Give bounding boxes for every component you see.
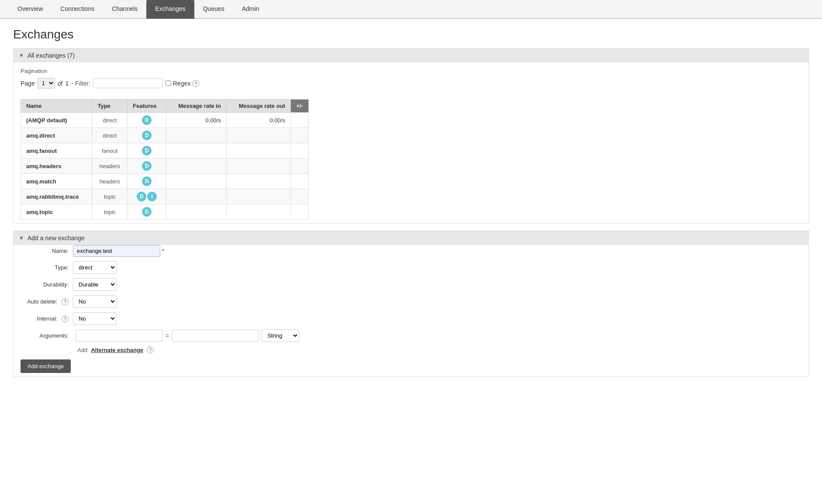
durability-select[interactable]: Durable Transient [73, 278, 117, 291]
durability-label: Durability: [21, 281, 73, 288]
nav-item-exchanges[interactable]: Exchanges [146, 0, 194, 19]
cell-plus-minus [290, 174, 308, 189]
internal-help-icon[interactable]: ? [62, 315, 69, 322]
add-text: Add [77, 347, 87, 353]
cell-name[interactable]: amq.fanout [21, 143, 92, 159]
cell-name[interactable]: amq.headers [21, 159, 92, 174]
type-label: Type: [21, 264, 73, 271]
table-row: amq.headersheadersD [21, 159, 309, 174]
alternate-exchange-link[interactable]: Alternate exchange [91, 347, 143, 353]
cell-rate-out [226, 174, 290, 189]
of-label: of [58, 80, 63, 87]
durability-row: Durability: Durable Transient [21, 278, 801, 291]
nav-item-channels[interactable]: Channels [103, 0, 146, 19]
cell-rate-in [166, 128, 227, 143]
cell-name[interactable]: amq.direct [21, 128, 92, 143]
pagination-controls: Page 1 of 1 - Filter: Regex ? [21, 78, 801, 89]
cell-type: fanout [92, 143, 128, 159]
cell-rate-in [166, 143, 227, 159]
type-select[interactable]: direct fanout headers topic [73, 261, 117, 274]
add-collapse-arrow-icon: ▼ [19, 235, 24, 241]
cell-plus-minus [290, 128, 308, 143]
cell-rate-out [226, 159, 290, 174]
regex-checkbox[interactable] [166, 80, 171, 86]
page-label: Page [21, 80, 35, 87]
cell-name[interactable]: amq.match [21, 174, 92, 189]
type-row: Type: direct fanout headers topic [21, 261, 801, 274]
cell-rate-out [226, 128, 290, 143]
arguments-key-input[interactable] [76, 330, 163, 342]
page-select[interactable]: 1 [38, 78, 55, 89]
of-value: 1 [65, 80, 69, 87]
cell-features: D [128, 113, 166, 128]
all-exchanges-label: All exchanges (7) [28, 52, 75, 59]
internal-badge: I [147, 192, 157, 201]
all-exchanges-header[interactable]: ▼ All exchanges (7) [14, 48, 808, 62]
cell-name[interactable]: (AMQP default) [21, 113, 92, 128]
cell-features: D [128, 204, 166, 220]
page-title: Exchanges [13, 28, 809, 41]
table-header: Name Type Features Message rate in Messa… [21, 100, 309, 113]
exchanges-table: Name Type Features Message rate in Messa… [21, 99, 309, 220]
add-exchange-body: Name: * Type: direct fanout headers topi… [14, 245, 808, 376]
arguments-value-input[interactable] [172, 330, 259, 342]
name-required: * [160, 248, 169, 254]
table-row: amq.matchheadersD [21, 174, 309, 189]
nav-item-overview[interactable]: Overview [9, 0, 52, 19]
cell-rate-out [226, 143, 290, 159]
table-row: (AMQP default)directD0.00/s0.00/s [21, 113, 309, 128]
col-features: Features [128, 100, 166, 113]
pagination-label: Pagination [21, 68, 801, 74]
durable-badge: D [142, 176, 152, 186]
collapse-arrow-icon: ▼ [19, 52, 24, 59]
cell-type: direct [92, 128, 128, 143]
nav-item-queues[interactable]: Queues [194, 0, 233, 19]
cell-rate-in [166, 189, 227, 204]
nav-item-admin[interactable]: Admin [233, 0, 268, 19]
table-header-row: Name Type Features Message rate in Messa… [21, 100, 309, 113]
cell-type: headers [92, 174, 128, 189]
add-exchange-header[interactable]: ▼ Add a new exchange [14, 231, 808, 245]
cell-plus-minus [290, 159, 308, 174]
cell-rate-out: 0.00/s [226, 113, 290, 128]
table-row: amq.directdirectD [21, 128, 309, 143]
col-plus-minus: +/- [290, 100, 308, 113]
internal-select[interactable]: No Yes [73, 312, 117, 325]
name-input[interactable] [73, 245, 160, 257]
auto-delete-row: Auto delete: ? No Yes [21, 295, 801, 308]
cell-rate-out [226, 204, 290, 220]
cell-name[interactable]: amq.rabbitmq.trace [21, 189, 92, 204]
pagination-section: Pagination Page 1 of 1 - Filter: Regex ? [21, 62, 801, 92]
cell-rate-in [166, 204, 227, 220]
arguments-type-select[interactable]: String Number Boolean [262, 329, 299, 342]
cell-rate-out [226, 189, 290, 204]
col-rate-in: Message rate in [166, 100, 227, 113]
table-row: amq.topictopicD [21, 204, 309, 220]
cell-rate-in [166, 174, 227, 189]
durable-badge: D [142, 207, 152, 217]
filter-label: - Filter: [71, 80, 90, 87]
cell-name[interactable]: amq.topic [21, 204, 92, 220]
filter-input[interactable] [93, 78, 163, 88]
table-row: amq.fanoutfanoutD [21, 143, 309, 159]
nav-item-connections[interactable]: Connections [52, 0, 103, 19]
auto-delete-label: Auto delete: ? [21, 298, 73, 305]
cell-type: headers [92, 159, 128, 174]
auto-delete-help-icon[interactable]: ? [62, 298, 69, 305]
col-rate-out: Message rate out [226, 100, 290, 113]
submit-row: Add exchange [21, 359, 801, 373]
durable-badge: D [137, 192, 146, 201]
auto-delete-select[interactable]: No Yes [73, 295, 117, 308]
cell-plus-minus [290, 204, 308, 220]
cell-type: topic [92, 204, 128, 220]
add-exchange-button[interactable]: Add exchange [21, 359, 71, 373]
alternate-exchange-help-icon[interactable]: ? [147, 346, 154, 353]
cell-rate-in [166, 159, 227, 174]
equals-sign: = [166, 332, 169, 339]
cell-type: topic [92, 189, 128, 204]
table-body: (AMQP default)directD0.00/s0.00/samq.dir… [21, 113, 309, 220]
cell-features: D [128, 159, 166, 174]
cell-plus-minus [290, 143, 308, 159]
col-type: Type [92, 100, 128, 113]
regex-help-icon[interactable]: ? [192, 80, 199, 87]
